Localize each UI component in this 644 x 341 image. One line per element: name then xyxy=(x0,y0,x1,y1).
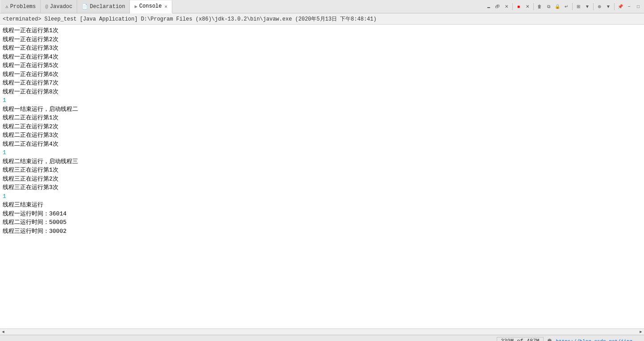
toolbar-close-btn[interactable]: ✕ xyxy=(503,3,511,11)
tab-problems-label: Problems xyxy=(10,4,36,10)
toolbar-new-menu-btn[interactable]: ▼ xyxy=(604,3,612,11)
console-line: 线程一结束运行，启动线程二 xyxy=(3,105,641,114)
javadoc-icon: @ xyxy=(45,4,48,9)
console-line: 线程二结束运行，启动线程三 xyxy=(3,157,641,166)
tab-javadoc-label: Javadoc xyxy=(50,4,72,10)
console-line: 线程二正在运行第4次 xyxy=(3,140,641,149)
toolbar-copy-btn[interactable]: ⧉ xyxy=(544,3,553,11)
toolbar-open-console-btn[interactable]: ⊞ xyxy=(574,3,582,11)
tab-problems[interactable]: ⚠ Problems xyxy=(1,0,41,13)
console-line: 1 xyxy=(3,96,641,105)
console-line: 线程二运行时间：50005 xyxy=(3,218,641,227)
toolbar-clear-btn[interactable]: 🗑 xyxy=(536,3,544,11)
tab-console-label: Console xyxy=(139,3,162,9)
console-line: 线程一正在运行第5次 xyxy=(3,61,641,70)
memory-indicator: 339M of 487M xyxy=(497,337,543,341)
toolbar-remove-btn[interactable]: ✕ xyxy=(524,3,532,11)
console-line: 线程一正在运行第7次 xyxy=(3,79,641,88)
console-line: 线程二正在运行第3次 xyxy=(3,131,641,140)
tab-bar: ⚠ Problems @ Javadoc 📄 Declaration ▶ Con… xyxy=(0,0,644,13)
console-line: 线程一正在运行第4次 xyxy=(3,53,641,62)
tab-declaration-label: Declaration xyxy=(90,4,125,10)
toolbar-sep3 xyxy=(572,3,573,10)
scroll-left-icon[interactable]: ◀ xyxy=(0,329,6,335)
console-close-icon[interactable]: ✕ xyxy=(165,4,168,9)
toolbar-console-menu-btn[interactable]: ▼ xyxy=(583,3,591,11)
console-line: 线程三正在运行第3次 xyxy=(3,183,641,192)
console-icon: ▶ xyxy=(134,4,137,9)
scroll-right-icon[interactable]: ▶ xyxy=(638,329,644,335)
console-line: 线程二正在运行第2次 xyxy=(3,122,641,131)
tab-javadoc[interactable]: @ Javadoc xyxy=(41,0,77,13)
horizontal-scrollbar[interactable]: ◀ ▶ xyxy=(0,328,644,335)
tab-toolbar: 🗕 🗗 ✕ ■ ✕ 🗑 ⧉ 🔒 ↵ ⊞ ▼ ⊕ ▼ 📌 − □ xyxy=(485,3,644,11)
console-line: 线程三结束运行 xyxy=(3,201,641,210)
console-line: 线程三正在运行第2次 xyxy=(3,175,641,184)
toolbar-sep2 xyxy=(533,3,534,10)
toolbar-sep1 xyxy=(512,3,513,10)
path-text: <terminated> Sleep_test [Java Applicatio… xyxy=(3,15,377,23)
status-link: https://blog.csdn.net/jing... xyxy=(556,339,641,341)
console-line: 线程一正在运行第6次 xyxy=(3,70,641,79)
toolbar-sep5 xyxy=(614,3,615,10)
console-line: 线程三运行时间：30002 xyxy=(3,227,641,236)
toolbar-terminate-btn[interactable]: ■ xyxy=(515,3,523,11)
toolbar-new-btn[interactable]: ⊕ xyxy=(595,3,603,11)
toolbar-sep4 xyxy=(593,3,594,10)
console-line: 线程三正在运行第1次 xyxy=(3,166,641,175)
status-bar: 339M of 487M 🗑 https://blog.csdn.net/jin… xyxy=(0,335,644,341)
console-line: 1 xyxy=(3,148,641,157)
toolbar-maximize-btn[interactable]: 🗗 xyxy=(494,3,502,11)
tab-declaration[interactable]: 📄 Declaration xyxy=(77,0,130,13)
problems-icon: ⚠ xyxy=(5,4,8,9)
toolbar-minimize-btn[interactable]: 🗕 xyxy=(485,3,493,11)
tab-console[interactable]: ▶ Console ✕ xyxy=(130,0,172,13)
console-line: 线程一正在运行第8次 xyxy=(3,88,641,97)
console-line: 线程一正在运行第2次 xyxy=(3,35,641,44)
toolbar-word-wrap-btn[interactable]: ↵ xyxy=(562,3,570,11)
scroll-track xyxy=(6,329,638,335)
path-bar: <terminated> Sleep_test [Java Applicatio… xyxy=(0,13,644,25)
console-output[interactable]: 线程一正在运行第1次线程一正在运行第2次线程一正在运行第3次线程一正在运行第4次… xyxy=(0,25,644,328)
console-line: 1 xyxy=(3,192,641,201)
console-line: 线程一运行时间：36014 xyxy=(3,210,641,219)
toolbar-pin-btn[interactable]: 📌 xyxy=(616,3,624,11)
memory-gc-icon[interactable]: 🗑 xyxy=(547,338,553,341)
declaration-icon: 📄 xyxy=(82,4,88,9)
console-line: 线程一正在运行第1次 xyxy=(3,26,641,35)
toolbar-win-min-btn[interactable]: − xyxy=(625,3,633,11)
toolbar-win-max-btn[interactable]: □ xyxy=(634,3,642,11)
console-line: 线程一正在运行第3次 xyxy=(3,44,641,53)
toolbar-scroll-lock-btn[interactable]: 🔒 xyxy=(553,3,561,11)
console-line: 线程二正在运行第1次 xyxy=(3,114,641,122)
